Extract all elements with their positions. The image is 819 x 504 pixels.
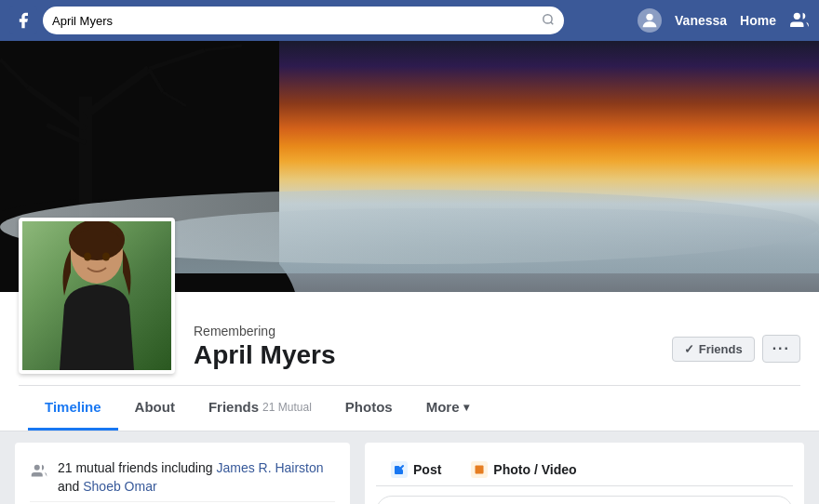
fog-layer: [140, 208, 819, 273]
tab-about[interactable]: About: [118, 386, 192, 431]
profile-name: April Myers: [194, 340, 672, 370]
mutual-friends-item: 21 mutual friends including James R. Hai…: [30, 454, 335, 502]
friend-connector: and: [58, 479, 83, 494]
svg-line-9: [0, 60, 28, 87]
post-photo-icon: [471, 461, 488, 478]
mutual-friends-count: 21 Mutual: [262, 401, 312, 414]
nav-home-link[interactable]: Home: [740, 13, 776, 28]
svg-line-6: [28, 87, 86, 129]
info-card: 21 mutual friends including James R. Hai…: [15, 443, 350, 504]
remembering-label: Remembering: [194, 324, 672, 338]
svg-point-16: [102, 253, 110, 261]
profile-photo: [19, 218, 175, 374]
profile-section: Remembering April Myers Friends ··· Time…: [0, 292, 819, 431]
facebook-logo[interactable]: [9, 7, 37, 34]
post-tab-photo[interactable]: Photo / Video: [456, 454, 591, 485]
friends-nav-icon[interactable]: [789, 8, 810, 33]
svg-point-1: [646, 14, 652, 20]
svg-point-0: [544, 14, 552, 22]
profile-actions: Friends ···: [672, 335, 800, 374]
post-tab-label: Post: [413, 462, 441, 477]
post-write-icon: [391, 461, 408, 478]
nav-right-area: Vanessa Home: [638, 8, 810, 33]
mutual-friends-text: 21 mutual friends including James R. Hai…: [58, 459, 335, 496]
right-content: Post Photo / Video Write something...: [365, 443, 804, 504]
nav-avatar[interactable]: [638, 8, 662, 33]
svg-point-15: [84, 253, 91, 261]
svg-point-17: [34, 465, 40, 471]
tab-friends[interactable]: Friends 21 Mutual: [192, 386, 329, 431]
svg-line-8: [149, 69, 163, 92]
person-in-photo: [41, 221, 153, 370]
post-tabs: Post Photo / Video: [376, 454, 793, 486]
search-icon: [542, 13, 555, 29]
svg-point-23: [477, 468, 479, 470]
left-sidebar: 21 mutual friends including James R. Hai…: [15, 443, 350, 504]
svg-line-11: [205, 46, 242, 50]
svg-line-12: [163, 92, 186, 106]
friend1-link[interactable]: James R. Hairston: [216, 460, 323, 475]
profile-tabs: Timeline About Friends 21 Mutual Photos …: [19, 385, 800, 431]
nav-username[interactable]: Vanessa: [675, 13, 727, 28]
profile-info-row: Remembering April Myers Friends ···: [19, 292, 800, 385]
post-box: Post Photo / Video Write something...: [365, 443, 804, 504]
search-bar[interactable]: [43, 7, 564, 34]
mutual-friends-prefix: 21 mutual friends including: [58, 460, 216, 475]
svg-line-5: [86, 69, 149, 115]
main-content: 21 mutual friends including James R. Hai…: [0, 431, 819, 504]
friends-button[interactable]: Friends: [672, 337, 755, 362]
post-tab-write[interactable]: Post: [376, 454, 456, 485]
svg-line-7: [149, 50, 205, 69]
svg-point-2: [794, 13, 800, 20]
write-something-input[interactable]: Write something...: [376, 496, 793, 504]
tab-more[interactable]: More: [410, 386, 486, 431]
friend2-link[interactable]: Shoeb Omar: [83, 479, 156, 494]
tab-photos[interactable]: Photos: [329, 386, 410, 431]
profile-name-area: Remembering April Myers: [194, 324, 672, 374]
friends-icon: [30, 460, 48, 479]
search-input[interactable]: [52, 14, 542, 28]
more-options-button[interactable]: ···: [762, 335, 800, 363]
photo-tab-label: Photo / Video: [493, 462, 576, 477]
tab-timeline[interactable]: Timeline: [28, 386, 118, 431]
top-navigation: Vanessa Home: [0, 0, 819, 41]
